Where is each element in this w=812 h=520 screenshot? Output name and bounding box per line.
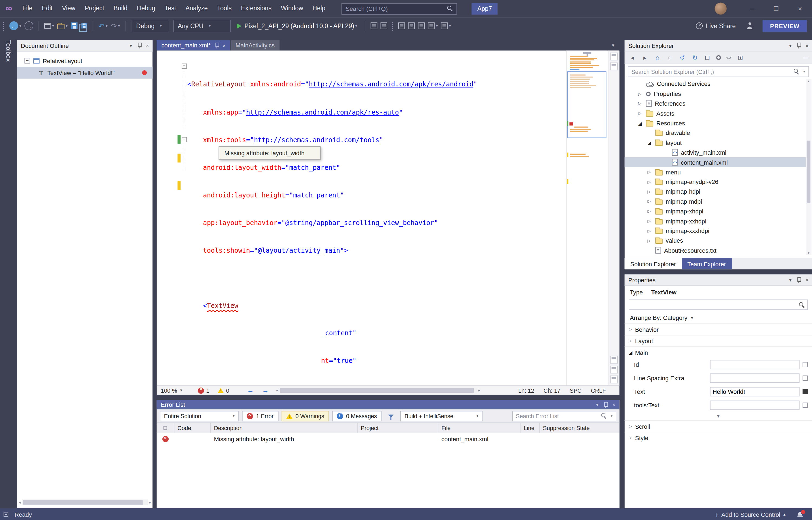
error-list-search[interactable]: ▾ xyxy=(512,411,616,421)
close-icon[interactable]: × xyxy=(613,402,615,407)
scroll-up-icon[interactable]: ▴ xyxy=(808,79,810,83)
section-main[interactable]: ◢Main xyxy=(625,346,812,358)
live-share-button[interactable]: Live Share xyxy=(696,22,736,29)
pin-icon[interactable] xyxy=(137,43,141,49)
menu-help[interactable]: Help xyxy=(308,0,330,17)
code-line[interactable]: <TextView xyxy=(187,301,477,310)
scrollbar-track[interactable] xyxy=(22,499,148,505)
chevron-up-icon[interactable]: ▴ xyxy=(783,512,785,517)
attach-button[interactable] xyxy=(371,23,377,29)
tree-item-mipmap-anydpi-v26[interactable]: ▷mipmap-anydpi-v26 xyxy=(625,177,806,187)
toolbox-tab[interactable]: Toolbox xyxy=(5,40,12,62)
tab-team-explorer[interactable]: Team Explorer xyxy=(681,258,732,269)
close-icon[interactable]: × xyxy=(223,43,225,48)
filter-button[interactable] xyxy=(385,411,397,421)
editor-scrollbar-strip[interactable] xyxy=(608,51,619,386)
menu-debug[interactable]: Debug xyxy=(132,0,160,17)
tree-item-content-main-xml[interactable]: <>content_main.xml xyxy=(625,157,806,167)
tree-item-references[interactable]: ▷≡References xyxy=(625,99,806,109)
quick-launch-input[interactable] xyxy=(346,5,447,11)
file-column-header[interactable]: File xyxy=(438,423,521,433)
code-line[interactable]: tools:showIn="@layout/activity_main"> xyxy=(187,246,477,255)
tools-text-input[interactable] xyxy=(710,400,800,410)
split-window-icon[interactable] xyxy=(610,53,618,60)
error-list-search-input[interactable] xyxy=(516,413,599,419)
window-position-icon[interactable]: ▾ xyxy=(596,402,598,407)
document-well-dropdown-icon[interactable]: ▼ xyxy=(611,43,620,48)
error-row[interactable]: Missing attribute: layout_width content_… xyxy=(157,433,620,445)
maximize-button[interactable]: ☐ xyxy=(764,0,788,17)
feedback-person-icon[interactable] xyxy=(746,23,754,29)
tree-item-properties[interactable]: ▷Properties xyxy=(625,89,806,99)
menu-edit[interactable]: Edit xyxy=(37,0,57,17)
scrollbar-thumb[interactable] xyxy=(280,388,474,393)
scrollbar-track[interactable] xyxy=(279,388,477,393)
section-behavior[interactable]: ▷Behavior xyxy=(625,323,812,335)
code-editor[interactable]: − − <RelativeLayout xmlns:android="http:… xyxy=(157,51,620,386)
arrange-by-dropdown[interactable]: Arrange By: Category ▾ xyxy=(625,312,812,323)
avatar[interactable] xyxy=(715,3,726,15)
splitter-grip-icon[interactable] xyxy=(583,52,591,54)
outline-item-textview[interactable]: T TextView – "Hello World!" xyxy=(17,67,152,79)
save-all-button[interactable] xyxy=(81,23,87,29)
tree-item-activity-main-xml[interactable]: <>activity_main.xml xyxy=(625,148,806,157)
tree-item-menu[interactable]: ▷menu xyxy=(625,167,806,177)
menu-window[interactable]: Window xyxy=(276,0,308,17)
close-icon[interactable]: × xyxy=(146,43,149,48)
home-icon[interactable]: ⌂ xyxy=(654,54,661,61)
description-column-header[interactable]: Description xyxy=(211,423,358,433)
code-column-header[interactable]: Code xyxy=(174,423,211,433)
notifications-bell-icon[interactable] xyxy=(797,511,804,518)
device-manager-button[interactable] xyxy=(381,23,387,29)
section-layout[interactable]: ▷Layout xyxy=(625,335,812,346)
toolbar-grip[interactable] xyxy=(392,21,394,31)
tab-content-main-xml[interactable]: content_main.xml* × xyxy=(157,40,230,50)
new-project-button[interactable]: ▾ xyxy=(44,23,54,29)
tree-item-mipmap-xhdpi[interactable]: ▷mipmap-xhdpi xyxy=(625,206,806,216)
error-count-icon[interactable] xyxy=(198,387,204,393)
menu-file[interactable]: File xyxy=(18,0,37,17)
start-debugging-button[interactable]: Pixel_2_API_29 (Android 10.0 - API 29) ▾ xyxy=(236,22,357,29)
tree-item-resources[interactable]: ◢Resources xyxy=(625,119,806,128)
solution-configuration-dropdown[interactable]: Debug ▾ xyxy=(132,20,169,32)
layout-editor-button[interactable]: ▾ xyxy=(428,23,438,29)
panel-toggle-icon[interactable] xyxy=(610,356,618,363)
pin-icon[interactable] xyxy=(796,277,801,283)
tree-item-aboutresources-txt[interactable]: ≡AboutResources.txt xyxy=(625,245,806,255)
profiler-button[interactable] xyxy=(418,23,425,29)
id-input[interactable] xyxy=(710,360,800,369)
tree-item-layout[interactable]: ◢layout xyxy=(625,138,806,148)
navigate-back-button[interactable]: ← ▾ xyxy=(9,21,21,30)
navigate-back-icon[interactable]: ← xyxy=(247,387,254,394)
field-options-button[interactable] xyxy=(803,362,808,367)
code-line[interactable]: android:layout_height="match_parent" xyxy=(187,190,477,200)
navigate-forward-icon[interactable]: → xyxy=(262,387,269,394)
fold-toggle[interactable]: − xyxy=(181,137,187,142)
menu-analyze[interactable]: Analyze xyxy=(181,0,213,17)
severity-column-header[interactable] xyxy=(157,423,174,433)
add-to-source-control[interactable]: Add to Source Control xyxy=(721,511,780,518)
avd-manager-button[interactable] xyxy=(408,23,415,29)
suppression-column-header[interactable]: Suppression State xyxy=(540,423,619,433)
tree-item-mipmap-xxxhdpi[interactable]: ▷mipmap-xxxhdpi xyxy=(625,226,806,236)
menu-build[interactable]: Build xyxy=(109,0,132,17)
minimize-button[interactable]: ─ xyxy=(740,0,764,17)
code-line[interactable] xyxy=(187,274,477,283)
tree-item-values[interactable]: ▷values xyxy=(625,236,806,245)
zoom-dropdown[interactable]: 100 % ▾ xyxy=(161,387,182,393)
outline-item-relativelayout[interactable]: − RelativeLayout xyxy=(17,55,152,67)
code-line[interactable]: nt="true" xyxy=(187,357,477,366)
fold-toggle[interactable]: − xyxy=(181,63,187,69)
sdk-manager-button[interactable] xyxy=(398,23,405,29)
editor-horizontal-scrollbar[interactable]: ◂ ▸ xyxy=(276,388,480,393)
background-tasks-icon[interactable] xyxy=(3,512,8,517)
scroll-left-icon[interactable]: ◂ xyxy=(19,500,21,504)
warnings-filter-button[interactable]: 0 Warnings xyxy=(281,411,329,421)
scroll-left-icon[interactable]: ◂ xyxy=(276,388,278,393)
show-more-chevron[interactable]: ▼ xyxy=(625,412,812,420)
panel-toggle-icon[interactable] xyxy=(610,366,618,373)
properties-gear-icon[interactable] xyxy=(716,55,721,60)
preview-features-button[interactable]: PREVIEW xyxy=(763,20,807,32)
code-line[interactable]: android:layout_width="match_parent" xyxy=(187,163,477,172)
scope-dropdown[interactable]: Entire Solution ▾ xyxy=(160,411,239,421)
